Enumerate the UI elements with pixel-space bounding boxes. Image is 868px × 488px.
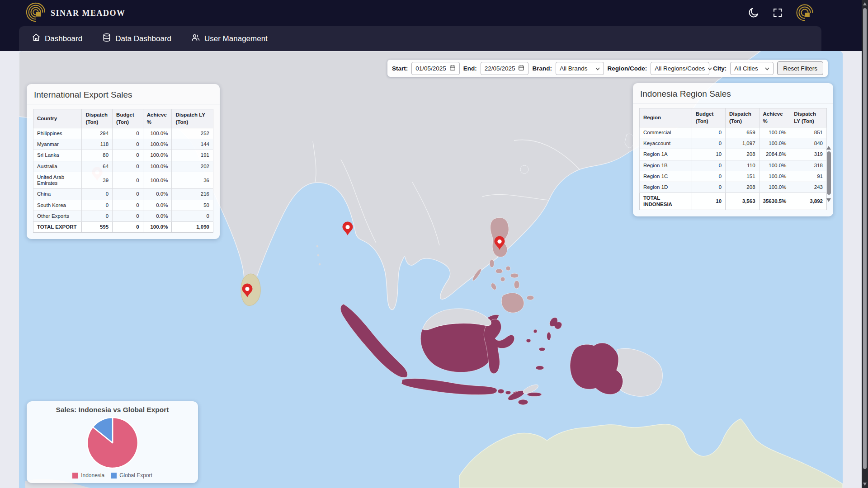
value-cell: 202 — [172, 161, 213, 172]
table-row: United Arab Emirates390100.0%36 — [33, 172, 213, 188]
legend-item-indonesia[interactable]: Indonesia — [72, 472, 104, 479]
international-export-sales-card: International Export Sales CountryDispat… — [27, 84, 220, 239]
row-label-cell: Region 1A — [640, 149, 692, 160]
value-cell: 0 — [692, 171, 725, 182]
value-cell: 118 — [82, 139, 113, 150]
export-sales-table: CountryDispatch (Ton)Budget (Ton)Achieve… — [33, 109, 213, 233]
brand-logo-icon — [25, 2, 46, 24]
scroll-up-arrow[interactable] — [826, 146, 831, 150]
total-value-cell: 0 — [113, 222, 143, 233]
scroll-down-arrow[interactable] — [826, 198, 831, 202]
start-date-input[interactable]: 01/05/2025 — [411, 62, 460, 75]
home-icon — [32, 33, 41, 44]
user-avatar[interactable] — [796, 4, 814, 23]
value-cell: 110 — [726, 160, 759, 171]
total-value-cell: 595 — [82, 222, 113, 233]
value-cell: 1,097 — [726, 138, 759, 149]
scrollbar-down-arrow[interactable] — [863, 483, 867, 486]
value-cell: 216 — [172, 189, 213, 200]
value-cell: 0 — [113, 211, 143, 221]
calendar-icon — [449, 65, 456, 72]
value-cell: 100.0% — [759, 138, 790, 149]
table-total-row: TOTAL EXPORT5950100.0%1,090 — [33, 222, 213, 233]
column-header: Dispatch (Ton) — [726, 108, 759, 127]
value-cell: 10 — [692, 149, 725, 160]
taiwan-region — [625, 134, 634, 148]
value-cell: 100.0% — [759, 182, 790, 193]
row-label-cell: Australia — [33, 161, 82, 172]
total-value-cell: 3,892 — [790, 193, 827, 210]
end-date-input[interactable]: 22/05/2025 — [481, 62, 529, 75]
pie-chart — [27, 414, 198, 469]
value-cell: 100.0% — [143, 150, 172, 161]
value-cell: 851 — [790, 127, 827, 138]
column-header: Achieve % — [759, 108, 790, 127]
table-row: Region 1D0208100.0%243 — [640, 182, 827, 193]
nav-label: Data Dashboard — [115, 34, 171, 43]
value-cell: 0.0% — [143, 211, 172, 221]
nav-item-user-management[interactable]: User Management — [191, 33, 268, 44]
scrollbar-up-arrow[interactable] — [863, 2, 867, 5]
value-cell: 0 — [82, 211, 113, 221]
filter-bar: Start: 01/05/2025 End: 22/05/2025 Brand:… — [387, 60, 828, 77]
value-cell: 64 — [82, 161, 113, 172]
value-cell: 100.0% — [143, 161, 172, 172]
value-cell: 144 — [172, 139, 213, 150]
value-cell: 208 — [726, 182, 759, 193]
table-row: Myanmar1180100.0%144 — [33, 139, 213, 150]
table-header-row: RegionBudget (Ton)Dispatch (Ton)Achieve … — [640, 108, 827, 127]
nav-item-dashboard[interactable]: Dashboard — [32, 33, 82, 44]
row-label-cell: United Arab Emirates — [33, 172, 82, 188]
column-header: Region — [640, 108, 692, 127]
fullscreen-icon — [772, 7, 783, 19]
legend-item-global-export[interactable]: Global Export — [111, 472, 152, 479]
value-cell: 100.0% — [759, 171, 790, 182]
column-header: Dispatch LY (Ton) — [172, 109, 213, 128]
value-cell: 0 — [692, 138, 725, 149]
value-cell: 0 — [692, 182, 725, 193]
dark-mode-toggle[interactable] — [748, 7, 760, 20]
value-cell: 208 — [726, 149, 759, 160]
scroll-thumb[interactable] — [827, 151, 831, 195]
value-cell: 0 — [172, 211, 213, 221]
brand-filter-label: Brand: — [532, 65, 552, 72]
scrollbar-thumb[interactable] — [863, 8, 867, 469]
table-row: Sri Lanka800100.0%191 — [33, 150, 213, 161]
value-cell: 0 — [82, 189, 113, 200]
legend-swatch-indonesia — [72, 473, 78, 479]
total-label-cell: TOTAL EXPORT — [33, 222, 82, 233]
row-label-cell: Region 1D — [640, 182, 692, 193]
value-cell: 100.0% — [759, 127, 790, 138]
reset-filters-button[interactable]: Reset Filters — [777, 61, 823, 75]
page-scrollbar[interactable] — [862, 0, 868, 488]
row-label-cell: Commercial — [640, 127, 692, 138]
main-nav: Dashboard Data Dashboard User Management — [19, 26, 821, 51]
value-cell: 151 — [726, 171, 759, 182]
fullscreen-button[interactable] — [772, 7, 783, 19]
value-cell: 319 — [790, 149, 827, 160]
row-label-cell: China — [33, 189, 82, 200]
card-title: Indonesia Region Sales — [633, 83, 833, 103]
nav-label: Dashboard — [45, 34, 82, 43]
brand-select[interactable]: All Brands — [556, 62, 604, 75]
column-header: Budget (Ton) — [692, 108, 725, 127]
brand-name: SINAR MEADOW — [51, 9, 126, 18]
row-label-cell: Myanmar — [33, 139, 82, 150]
table-row: Keyaccount01,097100.0%840 — [640, 138, 827, 149]
column-header: Dispatch (Ton) — [82, 109, 113, 128]
brand[interactable]: SINAR MEADOW — [25, 2, 126, 24]
avatar-logo-icon — [796, 4, 814, 23]
value-cell: 0 — [113, 200, 143, 211]
total-value-cell: 35630.5% — [759, 193, 790, 210]
users-icon — [191, 33, 200, 44]
region-select[interactable]: All Regions/Codes — [651, 62, 709, 75]
row-label-cell: Region 1C — [640, 171, 692, 182]
chevron-down-icon — [708, 65, 712, 72]
value-cell: 36 — [172, 172, 213, 188]
table-scrollbar[interactable] — [826, 146, 831, 214]
value-cell: 252 — [172, 128, 213, 139]
value-cell: 0 — [82, 200, 113, 211]
nav-item-data-dashboard[interactable]: Data Dashboard — [102, 33, 171, 44]
table-row: Other Exports000.0%0 — [33, 211, 213, 221]
city-select[interactable]: All Cities — [730, 62, 774, 75]
